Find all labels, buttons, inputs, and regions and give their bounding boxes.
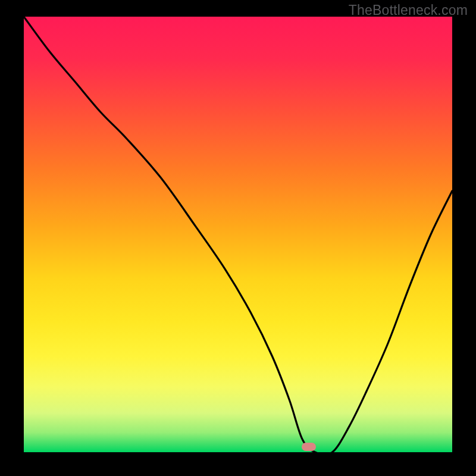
optimal-marker xyxy=(302,443,316,451)
chart-frame: TheBottleneck.com xyxy=(0,0,476,476)
plot-svg xyxy=(24,17,452,452)
gradient-rect xyxy=(24,17,452,452)
watermark-text: TheBottleneck.com xyxy=(349,2,468,18)
plot-area xyxy=(24,17,452,452)
